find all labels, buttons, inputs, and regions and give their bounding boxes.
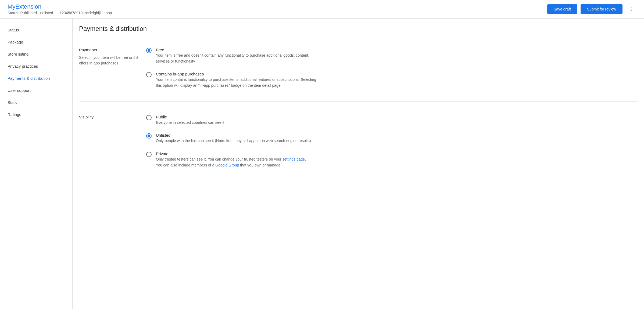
item-id: 12345678910abcdefghijklmnop (60, 11, 112, 15)
sidebar-item-store-listing[interactable]: Store listing (0, 48, 72, 60)
radio-private[interactable] (146, 152, 152, 157)
settings-page-link[interactable]: settings page (282, 157, 305, 161)
option-label-private: Private (156, 151, 318, 156)
header: MyExtension Status: Published - unlisted… (0, 0, 644, 19)
option-content: Public Everyone in selected countries ca… (156, 115, 318, 126)
payments-section-title: Payments (79, 48, 140, 52)
visibility-options: Public Everyone in selected countries ca… (146, 115, 318, 168)
option-content: Contains in-app purchases Your item cont… (156, 72, 318, 88)
visibility-option-private[interactable]: Private Only trusted testers can see it.… (146, 151, 318, 168)
option-label-iap: Contains in-app purchases (156, 72, 318, 76)
radio-unlisted[interactable] (146, 133, 152, 139)
option-content: Free Your item is free and doesn't conta… (156, 48, 318, 64)
visibility-option-unlisted[interactable]: Unlisted Only people with the link can s… (146, 133, 318, 144)
visibility-section-title: Visibility (79, 115, 140, 119)
radio-free[interactable] (146, 48, 152, 53)
payments-section: Payments Select if your item will be fre… (79, 48, 638, 102)
page-title: Payments & distribution (79, 25, 638, 32)
option-desc-iap: Your item contains functionality to purc… (156, 77, 318, 88)
private-desc-part3: You can also include members of a (156, 163, 215, 167)
sidebar-item-user-support[interactable]: User support (0, 84, 72, 96)
google-group-link[interactable]: Google Group (215, 163, 239, 167)
svg-point-0 (631, 7, 632, 8)
header-left: MyExtension Status: Published - unlisted… (8, 3, 112, 15)
svg-point-1 (631, 9, 632, 10)
sidebar-item-package[interactable]: Package (0, 36, 72, 48)
payments-section-help: Select if your item will be free or if i… (79, 55, 140, 66)
private-desc-part4: that you own or manage. (239, 163, 281, 167)
svg-point-2 (631, 10, 632, 11)
option-desc-unlisted: Only people with the link can see it (No… (156, 138, 318, 144)
private-desc-part1: Only trusted testers can see it. You can… (156, 157, 282, 161)
sidebar-item-stats[interactable]: Stats (0, 96, 72, 108)
visibility-option-public[interactable]: Public Everyone in selected countries ca… (146, 115, 318, 126)
payments-label-col: Payments Select if your item will be fre… (79, 48, 146, 89)
option-desc-free: Your item is free and doesn't contain an… (156, 53, 318, 64)
option-label-free: Free (156, 48, 318, 52)
option-content: Private Only trusted testers can see it.… (156, 151, 318, 168)
sidebar-item-status[interactable]: Status (0, 24, 72, 36)
more-vert-icon (629, 7, 634, 12)
sidebar-item-payments-distribution[interactable]: Payments & distribution (0, 72, 72, 84)
more-options-button[interactable] (626, 4, 636, 14)
sidebar-item-ratings[interactable]: Ratings (0, 108, 72, 121)
header-meta: Status: Published - unlisted 12345678910… (8, 11, 112, 15)
payments-options: Free Your item is free and doesn't conta… (146, 48, 318, 89)
radio-public[interactable] (146, 115, 152, 120)
submit-for-review-button[interactable]: Submit for review (581, 4, 622, 14)
visibility-label-col: Visibility (79, 115, 146, 168)
private-desc-part2: . (305, 157, 306, 161)
option-content: Unlisted Only people with the link can s… (156, 133, 318, 144)
status-label: Status: Published - unlisted (8, 11, 53, 15)
option-label-unlisted: Unlisted (156, 133, 318, 137)
app-title[interactable]: MyExtension (8, 3, 112, 10)
sidebar-item-privacy-practices[interactable]: Privacy practices (0, 60, 72, 72)
save-draft-button[interactable]: Save draft (547, 4, 577, 14)
container: Status Package Store listing Privacy pra… (0, 19, 644, 309)
radio-iap[interactable] (146, 72, 152, 77)
option-desc-public: Everyone in selected countries can see i… (156, 120, 318, 126)
payments-option-iap[interactable]: Contains in-app purchases Your item cont… (146, 72, 318, 88)
header-right: Save draft Submit for review (547, 4, 636, 14)
content: Payments & distribution Payments Select … (73, 19, 644, 309)
sidebar: Status Package Store listing Privacy pra… (0, 19, 73, 309)
option-desc-private: Only trusted testers can see it. You can… (156, 157, 318, 168)
visibility-section: Visibility Public Everyone in selected c… (79, 115, 638, 181)
payments-option-free[interactable]: Free Your item is free and doesn't conta… (146, 48, 318, 64)
option-label-public: Public (156, 115, 318, 119)
